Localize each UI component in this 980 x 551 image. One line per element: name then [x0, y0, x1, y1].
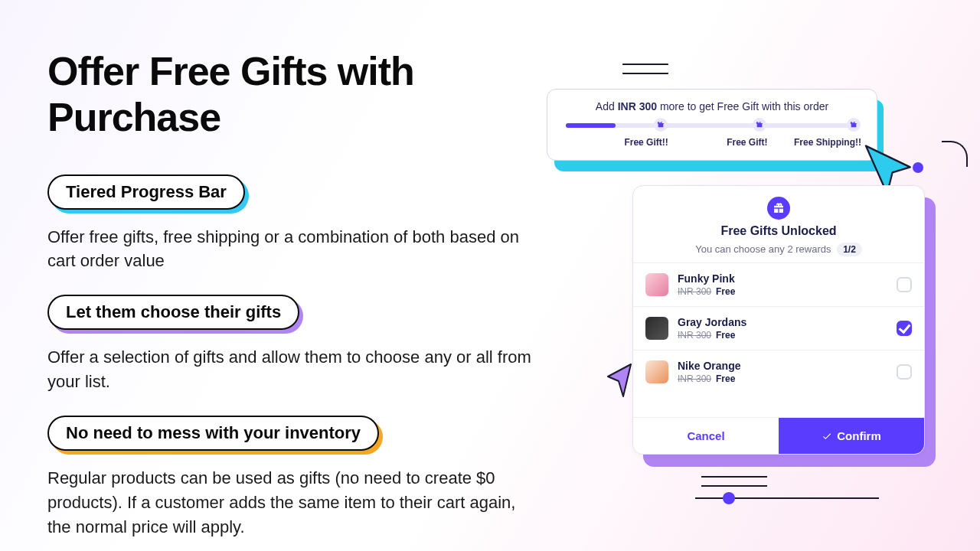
modal-title: Free Gifts Unlocked: [642, 224, 915, 238]
decorative-arc: [942, 141, 968, 167]
progress-label: Free Gift!: [727, 137, 767, 148]
gift-row[interactable]: Gray Jordans INR 300Free: [633, 306, 924, 350]
decorative-lines: [622, 64, 668, 74]
feature-pill-choose: Let them choose their gifts: [47, 295, 299, 330]
progress-amount: INR 300: [618, 100, 657, 112]
reward-count-badge: 1/2: [837, 243, 862, 256]
feature-pill-tiered: Tiered Progress Bar: [47, 174, 245, 210]
gift-price: INR 300Free: [678, 373, 897, 384]
gift-name: Funky Pink: [678, 272, 897, 285]
feature-desc: Offer free gifts, free shipping or a com…: [47, 225, 537, 274]
product-thumb: [645, 317, 668, 340]
feature-desc: Offer a selection of gifts and allow the…: [47, 345, 537, 394]
milestone-icon: [654, 118, 668, 132]
gift-name: Gray Jordans: [678, 316, 897, 328]
confirm-button[interactable]: Confirm: [779, 418, 924, 454]
progress-label: Free Shipping!!: [794, 137, 861, 148]
gift-row[interactable]: Nike Orange INR 300Free: [633, 350, 924, 393]
gift-price: INR 300Free: [678, 330, 897, 341]
gifts-modal: Free Gifts Unlocked You can choose any 2…: [632, 185, 925, 455]
checkbox[interactable]: [897, 364, 912, 380]
product-thumb: [645, 360, 668, 383]
progress-track: [566, 123, 858, 128]
progress-fill: [566, 123, 616, 128]
modal-subtitle-text: You can choose any 2 rewards: [695, 243, 831, 255]
gift-row[interactable]: Funky Pink INR 300Free: [633, 262, 924, 306]
milestone-icon: [753, 118, 766, 132]
checkbox-checked[interactable]: [897, 321, 912, 336]
gift-icon: [767, 197, 790, 220]
check-icon: [822, 431, 832, 442]
gift-name: Nike Orange: [678, 360, 897, 372]
feature-desc: Regular products can be used as gifts (n…: [47, 466, 537, 540]
feature-pill-inventory: No need to mess with your inventory: [47, 416, 379, 451]
progress-msg-post: more to get Free Gift with this order: [657, 100, 828, 112]
checkbox[interactable]: [897, 277, 912, 292]
milestone-icon: [847, 118, 861, 132]
modal-subtitle: You can choose any 2 rewards 1/2: [642, 243, 915, 256]
cancel-button[interactable]: Cancel: [633, 418, 779, 454]
decorative-slider-knob: [723, 492, 735, 504]
confirm-label: Confirm: [837, 429, 881, 442]
progress-labels: Free Gift!! Free Gift! Free Shipping!!: [566, 137, 858, 148]
progress-msg-pre: Add: [596, 100, 618, 112]
decorative-lines: [701, 476, 767, 487]
gift-price: INR 300Free: [678, 286, 897, 297]
page-title: Offer Free Gifts with Purchase: [47, 49, 537, 141]
product-thumb: [645, 273, 668, 296]
progress-label: Free Gift!!: [624, 137, 668, 148]
progress-card: Add INR 300 more to get Free Gift with t…: [547, 89, 877, 161]
progress-message: Add INR 300 more to get Free Gift with t…: [566, 100, 858, 112]
cursor-icon: [593, 358, 639, 407]
